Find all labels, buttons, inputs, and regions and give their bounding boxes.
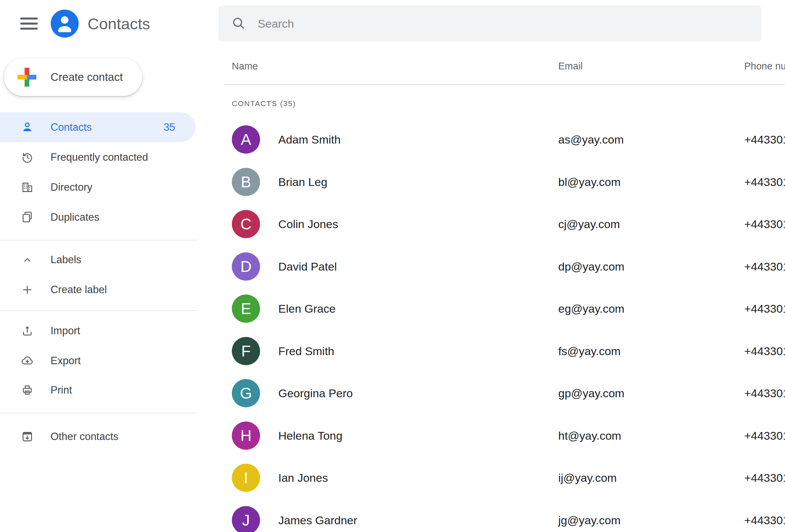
contact-row[interactable]: AAdam Smithas@yay.com+443301 [216,118,785,161]
avatar: J [232,506,260,532]
history-icon [21,151,34,164]
contact-phone: +443301 [744,218,785,231]
contact-phone: +443301 [744,387,785,400]
contact-phone: +443301 [744,133,785,146]
archive-icon [21,430,34,444]
avatar: B [232,168,260,196]
sidebar-item-create-label[interactable]: Create label [0,275,197,305]
header-divider [224,84,785,85]
sidebar-item-import[interactable]: Import [0,316,197,346]
search-icon [231,16,246,31]
sidebar-item-label: Other contacts [51,431,119,443]
sidebar-item-label: Contacts [51,121,92,133]
page-title: Contacts [87,15,150,33]
contact-name: Fred Smith [278,344,334,357]
sidebar-item-label: Create label [51,284,107,296]
sidebar-item-export[interactable]: Export [0,346,197,376]
contact-row[interactable]: EElen Graceeg@yay.com+443301 [216,287,785,330]
contact-name: Ian Jones [278,471,328,484]
sidebar-divider [0,240,197,240]
search-placeholder: Search [258,17,294,30]
contact-name: James Gardner [278,513,357,527]
avatar: G [232,379,260,407]
contact-email: fs@yay.com [558,344,621,357]
avatar: I [232,464,260,492]
contact-row[interactable]: BBrian Legbl@yay.com+443301 [216,161,785,203]
sidebar-item-print[interactable]: Print [0,375,197,405]
contact-name: David Patel [278,260,337,273]
copy-icon [21,210,34,224]
column-header-phone: Phone number [744,61,785,72]
contact-row[interactable]: CColin Jonescj@yay.com+443301 [216,203,785,245]
contact-name: Helena Tong [278,429,342,442]
sidebar-item-directory[interactable]: Directory [0,172,197,202]
sidebar-item-contacts[interactable]: Contacts 35 [0,112,197,142]
building-icon [21,181,34,194]
google-plus-icon [18,68,36,86]
contact-email: eg@yay.com [558,302,624,315]
sidebar-divider [0,310,197,311]
labels-section-label: Labels [51,254,81,266]
contact-phone: +443301 [744,513,785,527]
contact-row[interactable]: GGeorgina Perogp@yay.com+443301 [216,372,785,414]
contact-row[interactable]: DDavid Pateldp@yay.com+443301 [216,245,785,288]
contact-email: as@yay.com [558,133,624,146]
contact-row[interactable]: HHelena Tonght@yay.com+443301 [216,414,785,457]
contact-email: ij@yay.com [558,471,617,484]
contact-name: Elen Grace [278,302,335,315]
contact-name: Georgina Pero [278,387,353,400]
contact-email: jg@yay.com [558,513,621,527]
contact-phone: +443301 [744,260,785,273]
sidebar-item-duplicates[interactable]: Duplicates [0,202,197,232]
hamburger-menu-icon[interactable] [20,18,38,30]
sidebar-section-labels[interactable]: Labels [0,245,197,275]
sidebar-divider [0,413,197,413]
create-contact-label: Create contact [51,71,123,83]
contact-row[interactable]: JJames Gardnerjg@yay.com+443301 [216,499,785,532]
create-contact-button[interactable]: Create contact [4,58,142,96]
contact-phone: +443301 [744,175,785,188]
printer-icon [21,383,34,397]
contact-row[interactable]: IIan Jonesij@yay.com+443301 [216,457,785,499]
avatar: A [232,125,260,154]
contact-phone: +443301 [744,429,785,442]
sidebar-item-label: Frequently contacted [51,151,148,163]
person-icon [21,121,34,134]
contacts-logo-icon[interactable] [50,9,79,38]
contact-email: gp@yay.com [558,387,624,400]
contact-name: Brian Leg [278,175,327,188]
contact-phone: +443301 [744,302,785,315]
avatar: C [232,210,260,238]
sidebar-item-other-contacts[interactable]: Other contacts [0,422,197,452]
column-header-email: Email [558,61,583,72]
column-header-name: Name [232,61,258,72]
contact-email: ht@yay.com [558,429,621,442]
upload-icon [21,324,34,337]
contact-phone: +443301 [744,471,785,484]
sidebar-item-label: Import [51,325,80,337]
google-contacts-app: Contacts Search Create contact Contacts … [0,0,785,532]
sidebar-item-label: Directory [51,181,92,194]
contact-name: Colin Jones [278,218,338,231]
search-input[interactable]: Search [218,5,761,42]
avatar: D [232,252,260,281]
contact-email: bl@yay.com [558,175,621,188]
cloud-download-icon [21,354,34,368]
sidebar-item-label: Export [51,355,81,367]
avatar: H [232,422,260,450]
contacts-section-label: CONTACTS (35) [232,99,296,108]
contact-row[interactable]: FFred Smithfs@yay.com+443301 [216,330,785,372]
avatar: E [232,295,260,323]
plus-icon [21,283,34,297]
sidebar-item-frequently-contacted[interactable]: Frequently contacted [0,142,197,172]
contact-name: Adam Smith [278,133,340,146]
chevron-up-icon [21,253,34,267]
sidebar-item-label: Print [51,384,72,396]
sidebar-item-label: Duplicates [51,211,99,223]
avatar: F [232,337,260,365]
contacts-count-badge: 35 [142,121,175,133]
contact-email: cj@yay.com [558,218,620,231]
contact-email: dp@yay.com [558,260,624,273]
contact-phone: +443301 [744,344,785,357]
